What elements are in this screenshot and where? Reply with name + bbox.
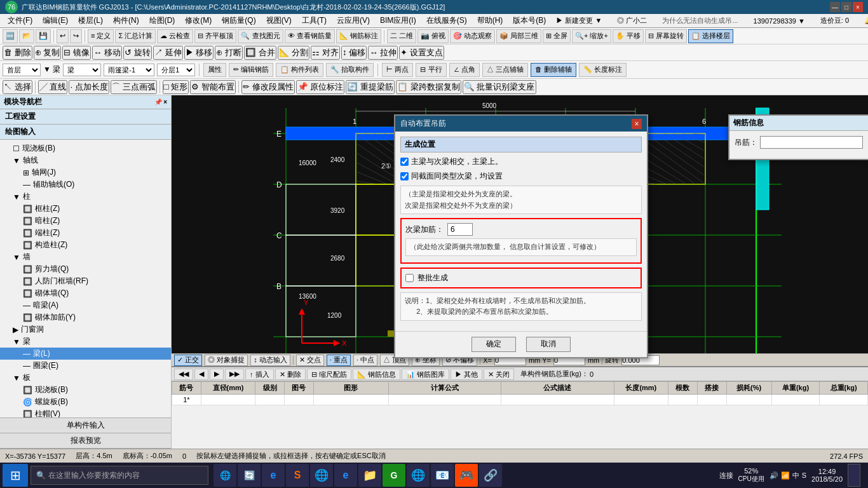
taskbar-app-11[interactable]: 🎮: [455, 464, 478, 487]
draw-section[interactable]: 绘图输入: [0, 125, 171, 140]
tree-item-window[interactable]: ▶ 门窗洞: [0, 323, 171, 336]
batch-gen-checkbox[interactable]: [405, 274, 414, 282]
hanger-input[interactable]: [760, 136, 863, 149]
ime-s-icon[interactable]: S: [802, 471, 806, 479]
three-point-axis-btn[interactable]: △ 三点辅轴: [482, 63, 528, 77]
network-icon[interactable]: 📶: [781, 471, 790, 480]
arc-btn[interactable]: ⌒ 三点画弧: [111, 80, 157, 94]
obj-snap-btn[interactable]: ◎ 对象捕捉: [205, 355, 248, 366]
tree-item-ring-beam[interactable]: — 圈梁(E): [0, 360, 171, 372]
local-3d-btn[interactable]: 📦 局部三维: [496, 29, 541, 43]
select-layer-btn[interactable]: 📋 选择楼层: [688, 29, 733, 43]
rect-btn[interactable]: □ 矩形: [163, 80, 189, 94]
del-axis-btn[interactable]: 🗑 删除辅轴: [531, 63, 576, 77]
menu-view[interactable]: 视图(V): [261, 14, 297, 27]
taskbar-app-12[interactable]: 🔗: [479, 464, 502, 487]
copy-btn[interactable]: ⊕ 复制: [34, 46, 62, 60]
dynamic-view-btn[interactable]: 🎯 动态观察: [450, 29, 495, 43]
menu-file[interactable]: 文件(F): [3, 14, 37, 27]
settings-section[interactable]: 工程设置: [0, 109, 171, 125]
layer-select[interactable]: 分层1: [157, 64, 195, 76]
tree-item-col-cap[interactable]: 🔲 柱帽(V): [0, 408, 171, 417]
align-btn[interactable]: ⚏ 对齐: [311, 46, 340, 60]
span-copy-btn[interactable]: 📋 梁跨数据复制: [396, 80, 461, 94]
ime-icon[interactable]: 中: [792, 471, 799, 480]
sidebar-close-icon[interactable]: ×: [163, 98, 167, 105]
parallel-btn[interactable]: ⊟ 平行: [416, 63, 446, 77]
save-btn[interactable]: 💾: [36, 29, 51, 43]
other-btn[interactable]: ▶ 其他: [451, 369, 482, 380]
element-list-btn[interactable]: 📋 构件列表: [276, 63, 323, 77]
pan-btn[interactable]: ✋ 平移: [613, 29, 644, 43]
taskbar-app-1[interactable]: 🌐: [214, 464, 236, 487]
2d-btn[interactable]: 二 二维: [387, 29, 416, 43]
minimize-btn[interactable]: —: [830, 2, 840, 12]
set-pivot-btn[interactable]: ✦ 设置支点: [399, 46, 444, 60]
start-button[interactable]: ⊞: [3, 464, 28, 487]
window-controls[interactable]: — □ ×: [830, 2, 863, 12]
rebar-locate-btn[interactable]: 📐 钢筋标注: [336, 29, 381, 43]
dialog-titlebar[interactable]: 自动布置吊筋 ×: [395, 116, 647, 132]
maximize-btn[interactable]: □: [841, 2, 851, 12]
menu-version[interactable]: 版本号(B): [508, 14, 551, 27]
check-btn[interactable]: ☁ 云检查: [157, 29, 193, 43]
stretch-btn[interactable]: ↔ 拉伸: [368, 46, 398, 60]
move-btn[interactable]: ↔ 移动: [92, 46, 122, 60]
pick-element-btn[interactable]: 🔧 抬取构件: [326, 63, 374, 77]
search-box[interactable]: 🔍 在这里输入你要搜索的内容: [31, 466, 208, 485]
dyn-input-btn[interactable]: ↕ 动态输入: [250, 355, 290, 366]
endpoint-btn[interactable]: · 重点: [327, 355, 351, 366]
floor-select[interactable]: 首层: [3, 64, 41, 76]
zoom-in-btn[interactable]: 🔍+ 缩放+: [572, 29, 611, 43]
dialog-close-btn[interactable]: ×: [632, 119, 642, 129]
tree-item-masonry-rebar[interactable]: 🔲 砌体加筋(Y): [0, 311, 171, 323]
level-btn[interactable]: ⊟ 齐平板顶: [194, 29, 236, 43]
intersect-btn[interactable]: ✕ 交点: [296, 355, 324, 366]
smart-arrange-btn[interactable]: ⚙ 智能布置: [190, 80, 236, 94]
taskbar-app-6[interactable]: e: [334, 464, 357, 487]
phone-btn[interactable]: 13907298339 ▼: [749, 16, 810, 26]
menu-edit[interactable]: 编辑(E): [37, 14, 73, 27]
confirm-btn[interactable]: 确定: [471, 337, 516, 352]
new-change-btn[interactable]: ▶ 新建变更 ▼: [551, 15, 607, 27]
main-beam-checkbox[interactable]: [400, 158, 409, 166]
tree-item-end-col[interactable]: 🔲 端柱(Z): [0, 227, 171, 239]
sidebar-pin-icon[interactable]: 📌: [154, 98, 162, 105]
rotate-btn[interactable]: ↺ 旋转: [123, 46, 152, 60]
tree-item-shear-wall[interactable]: 🔲 剪力墙(Q): [0, 263, 171, 275]
taskbar-app-10[interactable]: 📧: [431, 464, 454, 487]
element-name-select[interactable]: 雨篷梁-1: [104, 64, 154, 76]
fullscreen-btn[interactable]: ⊞ 全屏: [543, 29, 571, 43]
tree-item-dark-col[interactable]: 🔲 暗柱(Z): [0, 215, 171, 227]
menu-tools[interactable]: 工具(T): [297, 14, 332, 27]
mirror-btn[interactable]: ⊟ 镜像: [62, 46, 91, 60]
taskbar-app-4[interactable]: S: [286, 464, 309, 487]
select-tool-btn[interactable]: ↖ 选择: [3, 80, 32, 94]
del-row-btn[interactable]: ✕ 删除: [275, 369, 306, 380]
menu-draw[interactable]: 绘图(D): [144, 14, 180, 27]
taskbar-app-9[interactable]: 🌐: [407, 464, 430, 487]
show-desktop-btn[interactable]: [848, 464, 860, 487]
menu-help[interactable]: 帮助(H): [472, 14, 508, 27]
menu-floor[interactable]: 楼层(L): [73, 14, 108, 27]
tree-item-beam-group[interactable]: ▼ 梁: [0, 336, 171, 348]
find-btn[interactable]: 🔍 查找图元: [238, 29, 283, 43]
menu-bim[interactable]: BIM应用(I): [375, 14, 421, 27]
taskbar-app-5[interactable]: 🌐: [310, 464, 333, 487]
delete-btn[interactable]: 🗑 删除: [3, 46, 32, 60]
overview-btn[interactable]: 📷 俯视: [417, 29, 449, 43]
scale-rebar-btn[interactable]: ⊟ 缩尺配筋: [307, 369, 351, 380]
same-section-checkbox[interactable]: [400, 172, 409, 180]
element-select[interactable]: 梁: [63, 64, 101, 76]
view-rebar-btn[interactable]: 👁 查看钢筋量: [285, 29, 335, 43]
extend-btn[interactable]: ↗ 延伸: [153, 46, 183, 60]
close-btn[interactable]: ×: [853, 2, 863, 12]
volume-icon[interactable]: 🔊: [770, 471, 778, 480]
rebar-info-btn[interactable]: 📐 钢筋信息: [353, 369, 400, 380]
mod-segment-btn[interactable]: ✏ 修改段属性: [241, 80, 295, 94]
tree-item-slab[interactable]: ☐ 现浇板(B): [0, 142, 171, 154]
tree-item-wall-group[interactable]: ▼ 墙: [0, 251, 171, 263]
cancel-btn[interactable]: 取消: [526, 337, 571, 352]
steel-info-panel[interactable]: 钢筋信息 吊筋：: [728, 114, 868, 160]
tree-item-struct-col[interactable]: 🔲 构造柱(Z): [0, 239, 171, 251]
